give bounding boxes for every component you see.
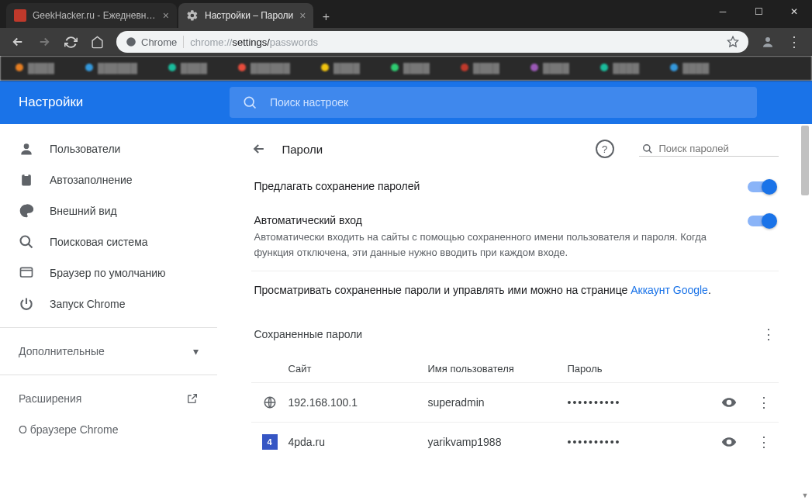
browser-toolbar: Chrome chrome://settings/passwords ⋮ [0,28,812,56]
google-account-link[interactable]: Аккаунт Google [631,284,708,296]
settings-search-input[interactable] [270,96,745,109]
avatar-button[interactable] [756,30,779,54]
close-window-button[interactable]: ✕ [776,0,812,23]
more-menu-button[interactable]: ⋮ [762,326,776,343]
close-icon[interactable]: × [163,9,169,22]
home-button[interactable] [85,30,109,54]
settings-search[interactable] [230,87,757,118]
sidebar-item-advanced[interactable]: Дополнительные ▾ [0,336,217,367]
sidebar-item-search[interactable]: Поисковая система [0,226,217,257]
section-header: Пароли ? [251,133,779,169]
info-text: Просматривать сохраненные пароли и управ… [254,284,631,296]
gear-icon [186,9,199,22]
forward-button[interactable] [33,30,56,54]
svg-rect-6 [25,174,29,176]
site-cell[interactable]: 192.168.100.1 [289,396,428,409]
sidebar-item-extensions[interactable]: Расширения [0,383,217,414]
advanced-label: Дополнительные [19,345,105,357]
svg-rect-8 [21,268,33,277]
password-row: 4 4pda.ru yarikvamp1988 •••••••••• ⋮ [251,422,779,461]
site-cell[interactable]: 4pda.ru [289,436,428,448]
sidebar: Пользователи Автозаполнение Внешний вид … [0,124,217,504]
show-password-button[interactable] [721,434,752,450]
chevron-down-icon: ▾ [193,345,199,357]
settings-header: Настройки [0,81,812,124]
search-icon [642,143,653,154]
sidebar-item-autofill[interactable]: Автозаполнение [0,164,217,195]
col-user: Имя пользователя [428,363,568,375]
auto-signin-toggle[interactable] [748,216,776,226]
tab-label: Настройки – Пароли [205,10,293,21]
search-icon [242,95,257,110]
help-button[interactable]: ? [596,140,614,158]
sidebar-label: Браузер по умолчанию [50,267,166,279]
browser-icon [19,265,34,281]
sidebar-item-about[interactable]: О браузере Chrome [0,414,217,445]
palette-icon [19,203,34,219]
row-more-button[interactable]: ⋮ [752,394,776,411]
show-password-button[interactable] [721,395,752,410]
divider [183,36,184,48]
new-tab-button[interactable]: + [315,6,337,28]
main-content: Пароли ? Предлагать сохранение паролей А… [217,124,812,504]
favicon-icon [14,9,26,22]
clipboard-icon [19,172,34,188]
url-text: chrome://settings/passwords [190,36,318,48]
back-arrow-button[interactable] [251,141,270,157]
offer-save-toggle[interactable] [748,181,776,192]
sidebar-item-users[interactable]: Пользователи [0,133,217,164]
sidebar-label: Внешний вид [50,205,117,217]
globe-icon [262,395,278,410]
settings-title: Настройки [0,95,230,110]
about-label: О браузере Chrome [19,423,119,436]
svg-point-0 [126,37,136,47]
table-header: Сайт Имя пользователя Пароль [251,350,779,382]
saved-title: Сохраненные пароли [254,328,363,340]
saved-passwords-header: Сохраненные пароли ⋮ [251,312,779,350]
row-title: Предлагать сохранение паролей [254,180,732,192]
manage-passwords-info: Просматривать сохраненные пароли и управ… [251,271,779,312]
minimize-button[interactable]: ─ [705,0,741,23]
close-icon[interactable]: × [299,9,306,22]
user-cell: superadmin [428,396,568,409]
divider [0,375,217,375]
offer-save-row: Предлагать сохранение паролей [251,169,779,203]
scroll-down-icon[interactable]: ▼ [800,490,810,501]
svg-point-3 [244,97,254,106]
sidebar-item-appearance[interactable]: Внешний вид [0,195,217,226]
svg-marker-1 [727,36,738,47]
site-info-chip[interactable]: Chrome [126,36,177,48]
window-titlebar: GeekHacker.ru - Ежедневный ж × Настройки… [0,0,812,28]
url-bar[interactable]: Chrome chrome://settings/passwords [116,31,748,53]
sidebar-label: Поисковая система [50,236,148,248]
sidebar-item-startup[interactable]: Запуск Chrome [0,288,217,319]
bookmarks-bar: ████ ██████ ████ ██████ ████ ████ ████ █… [0,56,812,81]
bookmark-star-icon[interactable] [727,36,739,48]
row-subtitle: Автоматически входить на сайты с помощью… [254,230,732,260]
user-cell: yarikvamp1988 [428,436,568,448]
extensions-label: Расширения [19,392,81,405]
password-row: 192.168.100.1 superadmin •••••••••• ⋮ [251,382,779,422]
pass-cell: •••••••••• [568,436,721,448]
scrollbar-thumb[interactable] [801,126,809,195]
sidebar-item-default-browser[interactable]: Браузер по умолчанию [0,257,217,288]
svg-point-9 [643,144,649,150]
sidebar-label: Запуск Chrome [50,298,125,310]
reload-button[interactable] [59,30,82,54]
row-title: Автоматический вход [254,214,732,226]
password-search[interactable] [639,141,779,157]
tab-label: GeekHacker.ru - Ежедневный ж [33,10,157,21]
sidebar-label: Автозаполнение [50,174,133,186]
external-link-icon [186,392,199,405]
tab-geekhacker[interactable]: GeekHacker.ru - Ежедневный ж × [6,3,177,28]
maximize-button[interactable]: ☐ [741,0,776,23]
menu-button[interactable]: ⋮ [783,30,806,54]
password-search-input[interactable] [659,143,790,154]
tab-settings[interactable]: Настройки – Пароли × [178,3,313,28]
scrollbar[interactable]: ▼ [800,126,810,501]
back-button[interactable] [6,30,29,54]
power-icon [19,296,34,312]
row-more-button[interactable]: ⋮ [752,433,776,450]
col-pass: Пароль [568,363,776,375]
col-site: Сайт [289,363,428,375]
